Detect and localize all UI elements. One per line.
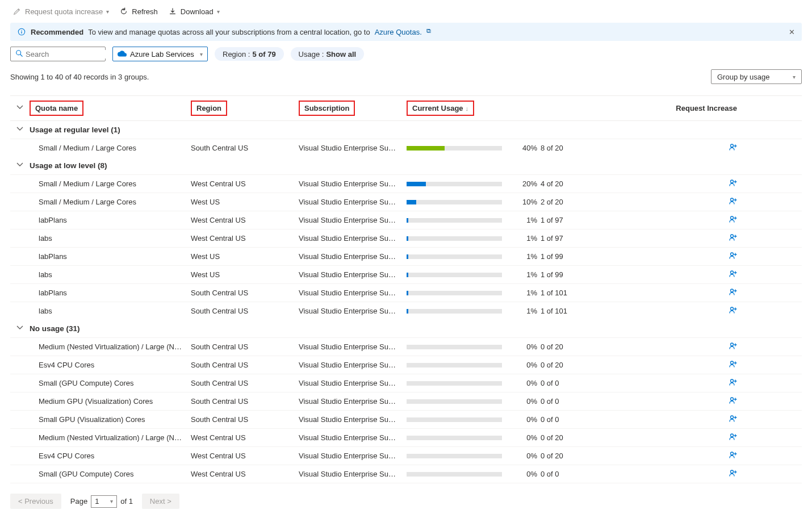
cell-region: West US (191, 270, 299, 279)
cell-usage-bar (407, 436, 509, 440)
usage-pill-value: Show all (326, 50, 356, 59)
cell-subscription: Visual Studio Enterprise Subscri... (299, 179, 407, 188)
request-increase-button[interactable] (626, 450, 768, 461)
refresh-button[interactable]: Refresh (119, 7, 158, 16)
request-increase-button[interactable] (626, 233, 768, 244)
request-increase-button[interactable] (626, 287, 768, 298)
table-row: labsWest Central USVisual Studio Enterpr… (10, 229, 802, 247)
cell-region: West Central US (191, 452, 299, 460)
cell-usage-pct: 1% (509, 289, 541, 297)
cell-quota-name: Small / Medium / Large Cores (30, 144, 191, 152)
request-quota-button: Request quota increase ▾ (12, 7, 109, 16)
cell-region: South Central US (191, 379, 299, 387)
svg-rect-2 (21, 31, 22, 34)
cell-quota-name: labs (30, 270, 191, 279)
column-region[interactable]: Region (191, 101, 227, 116)
cell-quota-name: Small (GPU Compute) Cores (30, 470, 191, 478)
records-summary-row: Showing 1 to 40 of 40 records in 3 group… (0, 67, 812, 89)
cell-region: South Central US (191, 415, 299, 424)
cell-region: West US (191, 252, 299, 261)
cell-usage-bar (407, 454, 509, 458)
chevron-down-icon: ▾ (106, 9, 109, 15)
cell-subscription: Visual Studio Enterprise Subscri... (299, 433, 407, 442)
request-increase-button[interactable] (626, 197, 768, 207)
cell-usage-bar (407, 254, 509, 259)
provider-dropdown[interactable]: Azure Lab Services ▾ (112, 47, 208, 61)
cell-usage-count: 1 of 97 (541, 216, 626, 224)
request-increase-button[interactable] (626, 269, 768, 280)
request-increase-button[interactable] (626, 360, 768, 370)
svg-line-4 (20, 54, 23, 56)
request-increase-button[interactable] (626, 469, 768, 479)
group-by-label: Group by usage (717, 73, 770, 81)
request-increase-button[interactable] (626, 306, 768, 316)
cell-usage-count: 0 of 0 (541, 415, 626, 424)
provider-label: Azure Lab Services (130, 50, 194, 59)
quota-table: Quota name Region Subscription Current U… (10, 95, 802, 484)
page-dropdown[interactable]: 1 ▾ (91, 495, 117, 508)
table-header-row: Quota name Region Subscription Current U… (10, 96, 802, 121)
group-header[interactable]: Usage at low level (8) (10, 157, 802, 174)
cell-quota-name: Esv4 CPU Cores (30, 361, 191, 369)
request-increase-button[interactable] (626, 378, 768, 389)
cell-usage-bar (407, 345, 509, 349)
azure-quotas-link[interactable]: Azure Quotas. (375, 28, 422, 36)
cell-usage-bar (407, 381, 509, 386)
cell-usage-count: 1 of 101 (541, 289, 626, 297)
cell-usage-bar (407, 273, 509, 277)
cell-usage-count: 0 of 20 (541, 452, 626, 460)
request-increase-button[interactable] (626, 341, 768, 352)
group-header[interactable]: No usage (31) (10, 320, 802, 337)
cell-subscription: Visual Studio Enterprise Subscri... (299, 379, 407, 387)
table-row: Medium (Nested Virtualization) / Large (… (10, 337, 802, 356)
request-increase-button[interactable] (626, 251, 768, 262)
column-current-usage[interactable]: Current Usage↓ (407, 101, 474, 116)
cell-usage-pct: 0% (509, 361, 541, 369)
cell-usage-count: 0 of 20 (541, 361, 626, 369)
search-icon (15, 49, 23, 59)
records-summary: Showing 1 to 40 of 40 records in 3 group… (10, 73, 711, 81)
cell-quota-name: Medium (Nested Virtualization) / Large (… (30, 342, 191, 351)
request-increase-button[interactable] (626, 143, 768, 153)
group-header[interactable]: Usage at regular level (1) (10, 121, 802, 139)
cell-usage-bar (407, 146, 509, 151)
pencil-icon (12, 7, 22, 16)
search-input[interactable] (23, 50, 123, 59)
region-filter-pill[interactable]: Region : 5 of 79 (215, 47, 284, 61)
cell-subscription: Visual Studio Enterprise Subscri... (299, 252, 407, 261)
info-icon (17, 27, 26, 36)
group-by-dropdown[interactable]: Group by usage ▾ (711, 69, 802, 84)
expand-all-toggle[interactable] (10, 104, 30, 112)
table-body: Usage at regular level (1)Small / Medium… (10, 121, 802, 484)
cell-usage-count: 1 of 99 (541, 270, 626, 279)
cell-usage-count: 2 of 20 (541, 198, 626, 206)
current-page: 1 (95, 497, 99, 506)
cell-quota-name: labs (30, 307, 191, 315)
cell-usage-count: 0 of 0 (541, 470, 626, 478)
close-banner-button[interactable]: ✕ (789, 28, 795, 36)
column-request-increase[interactable]: Request Increase (626, 104, 768, 112)
request-increase-button[interactable] (626, 432, 768, 443)
request-increase-button[interactable] (626, 396, 768, 407)
column-subscription[interactable]: Subscription (299, 101, 355, 116)
of-total-pages: of 1 (120, 497, 133, 506)
column-quota-name[interactable]: Quota name (30, 101, 83, 116)
table-row: Esv4 CPU CoresSouth Central USVisual Stu… (10, 356, 802, 374)
cell-usage-pct: 40% (509, 144, 541, 152)
table-row: Medium (Nested Virtualization) / Large (… (10, 428, 802, 446)
cell-quota-name: Small / Medium / Large Cores (30, 179, 191, 188)
cell-usage-bar (407, 399, 509, 404)
cell-subscription: Visual Studio Enterprise Subscri... (299, 234, 407, 243)
download-button[interactable]: Download ▾ (168, 7, 220, 16)
request-increase-button[interactable] (626, 414, 768, 425)
request-increase-button[interactable] (626, 178, 768, 189)
request-increase-button[interactable] (626, 215, 768, 225)
cell-usage-count: 0 of 20 (541, 342, 626, 351)
filter-row: Azure Lab Services ▾ Region : 5 of 79 Us… (0, 41, 812, 67)
cell-usage-count: 0 of 0 (541, 397, 626, 406)
cell-quota-name: Small (GPU Compute) Cores (30, 379, 191, 387)
cell-region: South Central US (191, 342, 299, 351)
usage-filter-pill[interactable]: Usage : Show all (291, 47, 365, 61)
sort-arrow-down-icon: ↓ (466, 105, 469, 112)
search-input-wrapper[interactable] (10, 47, 106, 61)
